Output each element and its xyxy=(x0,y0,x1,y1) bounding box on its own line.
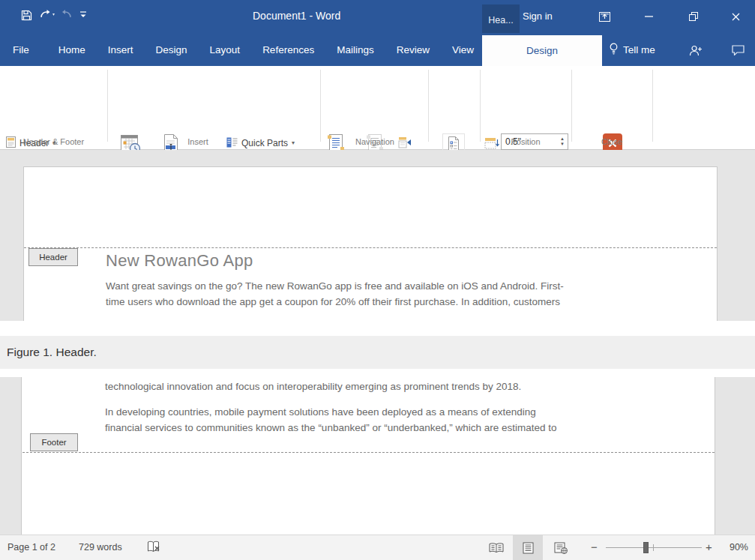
zoom-level[interactable]: 90% xyxy=(721,542,748,553)
group-divider xyxy=(480,70,481,142)
page-margin-gray-right xyxy=(715,377,755,535)
document-page[interactable]: Header New RowanGo App Want great saving… xyxy=(23,166,718,321)
redo-icon xyxy=(58,6,75,24)
print-layout-view-icon[interactable] xyxy=(513,535,543,560)
group-divider xyxy=(320,70,321,142)
zoom-slider-track[interactable] xyxy=(606,547,702,548)
group-divider xyxy=(571,70,572,142)
footer-tag: Footer xyxy=(30,433,78,451)
sign-in-link[interactable]: Sign in xyxy=(523,10,553,22)
close-window-icon[interactable] xyxy=(726,7,745,25)
minimize-icon[interactable] xyxy=(639,7,658,25)
tab-home[interactable]: Home xyxy=(47,33,97,66)
tab-design[interactable]: Design xyxy=(145,33,199,66)
zoom-slider-center-tick xyxy=(653,544,654,551)
group-label-navigation: Navigation xyxy=(304,137,446,146)
tab-layout[interactable]: Layout xyxy=(199,33,252,66)
share-person-icon[interactable] xyxy=(687,42,705,58)
document-header-title[interactable]: New RowanGo App xyxy=(106,251,253,271)
group-label-insert: Insert xyxy=(108,137,288,146)
document-body-text-line[interactable]: In developing countries, mobile payment … xyxy=(105,406,536,418)
group-divider xyxy=(652,70,653,142)
document-body-text-line[interactable]: financial services to communities known … xyxy=(105,422,557,433)
zoom-slider-thumb[interactable] xyxy=(643,542,649,553)
tab-mailings[interactable]: Mailings xyxy=(325,33,385,66)
zoom-in-icon[interactable]: + xyxy=(706,541,712,553)
read-mode-view-icon[interactable] xyxy=(481,535,511,560)
save-icon[interactable] xyxy=(18,6,34,24)
restore-window-icon[interactable] xyxy=(684,7,703,25)
proofing-errors-icon[interactable] xyxy=(147,541,161,556)
tab-view[interactable]: View xyxy=(441,33,485,66)
chevron-down-icon: ▾ xyxy=(292,140,295,146)
customize-quick-access-icon[interactable] xyxy=(75,6,91,24)
document-canvas-header: Header New RowanGo App Want great saving… xyxy=(0,150,755,321)
figure-caption: Figure 1. Header. xyxy=(7,346,97,359)
ribbon-display-options-icon[interactable] xyxy=(595,7,614,25)
window-title: Document1 - Word xyxy=(253,10,340,22)
header-tag: Header xyxy=(28,248,78,266)
group-divider xyxy=(428,70,429,142)
figure-caption-band: Figure 1. Header. xyxy=(0,336,755,369)
tab-file[interactable]: File xyxy=(1,33,47,66)
document-header-text-line[interactable]: time users who download the app get a co… xyxy=(106,296,560,307)
header-boundary-dashed-line xyxy=(24,247,717,248)
title-bar: Document1 - Word Hea... Sign in xyxy=(0,0,755,33)
word-count[interactable]: 729 words xyxy=(79,542,122,553)
document-canvas-footer: technological innovation and focus on in… xyxy=(0,377,755,535)
tab-insert[interactable]: Insert xyxy=(97,33,145,66)
tab-references[interactable]: References xyxy=(251,33,325,66)
comment-icon[interactable] xyxy=(729,42,747,58)
tab-header-footer-tools-design[interactable]: Design xyxy=(482,35,602,66)
document-body-text-line[interactable]: technological innovation and focus on in… xyxy=(105,381,521,392)
contextual-tab-group-header: Hea... xyxy=(482,4,520,35)
status-bar: Page 1 of 2 729 words − + 90% xyxy=(0,535,755,560)
footer-boundary-dashed-line xyxy=(22,452,715,453)
ribbon: Header ▾ Footer ▾ # Page Number ▾ Header… xyxy=(0,66,755,150)
group-label-close: Close xyxy=(572,137,652,146)
document-header-text-line[interactable]: Want great savings on the go? The new Ro… xyxy=(106,280,564,292)
tab-review[interactable]: Review xyxy=(385,33,441,66)
tell-me-label: Tell me xyxy=(623,44,655,55)
group-label-header-footer: Header & Footer xyxy=(0,137,107,146)
web-layout-view-icon[interactable] xyxy=(546,535,576,560)
undo-icon[interactable] xyxy=(37,6,58,24)
group-divider xyxy=(107,70,108,142)
tell-me-box[interactable]: Tell me xyxy=(609,33,655,66)
group-label-position: Position xyxy=(481,137,571,146)
page-indicator[interactable]: Page 1 of 2 xyxy=(7,542,55,553)
zoom-out-icon[interactable]: − xyxy=(591,541,598,553)
lightbulb-icon xyxy=(609,43,619,57)
page-margin-gray-left xyxy=(0,377,22,535)
